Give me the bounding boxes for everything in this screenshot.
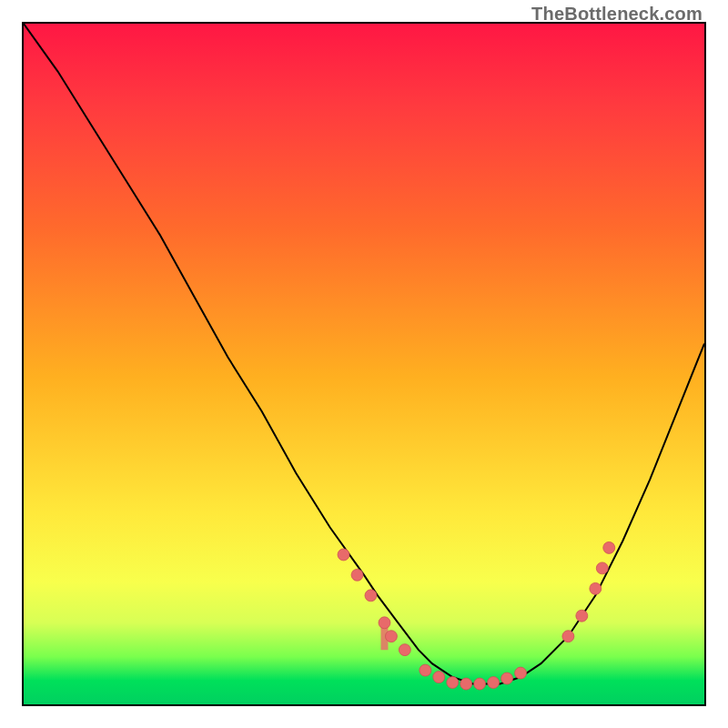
data-point <box>596 562 608 574</box>
chart-overlay <box>24 24 704 704</box>
data-points <box>338 541 615 690</box>
data-point <box>365 590 377 602</box>
data-point <box>488 677 500 689</box>
data-point <box>590 582 602 594</box>
data-point <box>420 664 431 676</box>
data-point-bar <box>381 622 389 650</box>
data-point <box>399 644 410 656</box>
data-point <box>351 569 363 581</box>
plot-area <box>22 22 706 706</box>
data-point <box>433 672 445 683</box>
data-point <box>385 631 397 642</box>
data-point <box>603 541 615 553</box>
data-point <box>460 678 472 690</box>
data-point <box>562 631 574 642</box>
data-point <box>576 610 588 622</box>
data-point <box>474 678 486 690</box>
bottleneck-curve <box>24 24 704 684</box>
data-point <box>338 549 349 561</box>
bottleneck-chart: TheBottleneck.com <box>0 0 728 728</box>
data-point <box>515 667 527 679</box>
data-point <box>379 617 390 629</box>
data-point <box>447 677 459 689</box>
data-point <box>501 672 513 684</box>
